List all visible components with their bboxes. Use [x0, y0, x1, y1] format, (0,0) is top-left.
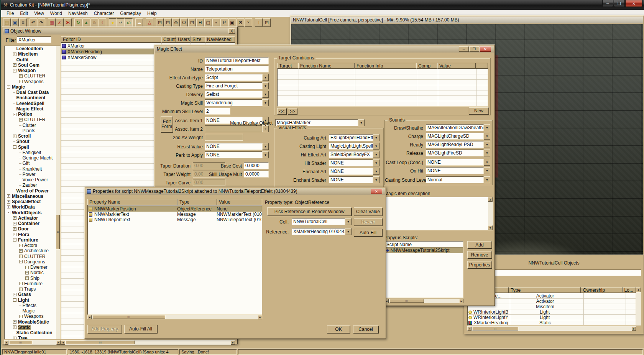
menu-help[interactable]: Help: [144, 10, 160, 17]
draw-sheathe-combo[interactable]: MAGAlterationDrawSheatheLPMSD▼: [426, 124, 490, 131]
tree-item-light[interactable]: -Light: [5, 297, 60, 303]
tree-expander-icon[interactable]: +: [13, 337, 16, 339]
casting-light-combo[interactable]: MagicLightLightSpellHand01▼: [329, 143, 380, 150]
tree-item-spell[interactable]: -Spell: [5, 145, 60, 150]
tree-item-power[interactable]: –Power: [5, 172, 60, 177]
minimum-skill-level-input[interactable]: 2: [205, 108, 230, 115]
tree-item-effects[interactable]: –Effects: [5, 303, 60, 308]
filter-input[interactable]: XMarker: [17, 36, 51, 43]
conditions-next-button[interactable]: >>: [288, 108, 297, 115]
chevron-down-icon[interactable]: ▼: [484, 124, 490, 131]
casting-sound-level-combo[interactable]: Normal▼: [426, 176, 490, 183]
tree-item-word-of-power[interactable]: –Word of Power: [5, 188, 60, 194]
column-header-users[interactable]: Users: [176, 36, 191, 43]
tree-item-clutter[interactable]: +CLUTTER: [5, 254, 60, 259]
tree-item-door[interactable]: +Door: [5, 226, 60, 232]
tree-expander-icon[interactable]: +: [13, 227, 16, 231]
havok-icon[interactable]: Ж: [64, 18, 72, 27]
tree-expander-icon[interactable]: -: [13, 238, 16, 242]
render-title-bar[interactable]: NNWTutorialCell [Free camera, perspectiv…: [291, 16, 643, 23]
cell-view-row-wrinteriorlightbounce01-[interactable]: WRInteriorLightBounce01 *Light: [468, 309, 636, 315]
tree-item-static-collection[interactable]: –Static Collection: [5, 330, 60, 335]
papyrus-hscrollbar[interactable]: ◄ ||| ►: [384, 299, 463, 303]
cell-view-row-wrinteriorlightyellow-[interactable]: WRInteriorLightYellow *Light: [468, 315, 636, 320]
properties-hscrollbar[interactable]: ◄ ||| ►: [87, 315, 262, 319]
ok-button[interactable]: OK: [327, 325, 350, 333]
chevron-down-icon[interactable]: ▼: [484, 133, 490, 140]
cv-hscroll-left-icon[interactable]: ◄: [467, 327, 472, 331]
tree-vscrollbar[interactable]: ≡: [56, 46, 60, 339]
tree-expander-icon[interactable]: -: [13, 298, 16, 302]
tree-item-gift[interactable]: –Gift: [5, 161, 60, 166]
enchant-shader-combo[interactable]: NONE▼: [329, 176, 380, 183]
tree-expander-icon[interactable]: +: [19, 249, 23, 253]
cell-view-vscroll-up-icon[interactable]: ▲: [636, 287, 641, 292]
release-combo[interactable]: MAGLightFireSD▼: [426, 150, 490, 156]
list-hscroll-left-icon[interactable]: ◄: [61, 340, 65, 345]
tree-expander-icon[interactable]: -: [13, 145, 16, 149]
cell-view-column-ownership[interactable]: Ownership: [581, 287, 622, 293]
preferences-icon[interactable]: P: [220, 18, 228, 27]
snap-grid-icon[interactable]: ▦: [48, 18, 56, 27]
name-input[interactable]: Teleportation: [205, 66, 269, 72]
tree-item-traps[interactable]: +Traps: [5, 286, 60, 292]
chevron-down-icon[interactable]: ▼: [373, 134, 380, 141]
filter-icon[interactable]: ▣: [228, 18, 236, 27]
tree-expander-icon[interactable]: +: [19, 255, 23, 258]
tree-item-enchantment[interactable]: –Enchantment: [5, 95, 60, 100]
form-grid-icon[interactable]: ⊞: [156, 18, 164, 27]
tree-expander-icon[interactable]: +: [13, 325, 16, 329]
chevron-down-icon[interactable]: ▼: [484, 150, 490, 156]
assoc-item-2-combo[interactable]: ▼: [205, 125, 269, 132]
property-row-nnwteleporttext[interactable]: NNWTeleportTextMessageNNWTeleportText (0…: [88, 217, 262, 222]
maximize-button[interactable]: ❐: [614, 0, 625, 7]
tree-expander-icon[interactable]: +: [13, 222, 16, 225]
effect-archetype-combo[interactable]: Script▼: [205, 74, 269, 81]
tree-item-magic[interactable]: -Magic: [5, 84, 60, 90]
papyrus-add-button[interactable]: Add: [467, 241, 492, 248]
cell-view-column-lo-[interactable]: Lo...: [623, 287, 636, 293]
conditions-table[interactable]: [277, 69, 488, 107]
tree-item-flora[interactable]: +Flora: [5, 232, 60, 237]
tree-expander-icon[interactable]: +: [13, 320, 16, 324]
tree-item-clutter[interactable]: +CLUTTER: [5, 73, 60, 79]
tree-item-weapon[interactable]: -Weapon: [5, 68, 60, 73]
tree-item-actors[interactable]: +Actors: [5, 243, 60, 248]
properties-title-bar[interactable]: Properties for script NNWMessageTutorial…: [85, 188, 385, 195]
properties-column-property-name[interactable]: Property Name: [87, 199, 177, 205]
me-minimize-icon[interactable]: ─: [459, 46, 469, 52]
me-close-icon[interactable]: ✕: [480, 46, 491, 52]
tree-expander-icon[interactable]: +: [13, 293, 16, 296]
face-icon[interactable]: ☺: [90, 18, 98, 27]
hit-shader-combo[interactable]: NONE▼: [329, 159, 380, 166]
tree-expander-icon[interactable]: -: [7, 85, 10, 89]
papyrus-script-list[interactable]: Script Name ✚NNWMessageTutorial2Skript: [384, 241, 463, 298]
tree-item-weapons[interactable]: +Weapons: [5, 314, 60, 319]
auto-fill-all-button[interactable]: Auto-Fill All: [124, 325, 157, 333]
tree-item-architecture[interactable]: +Architecture: [5, 248, 60, 253]
tree-expander-icon[interactable]: +: [25, 266, 29, 269]
tree-item-voice-power[interactable]: –Voice Power: [5, 177, 60, 182]
papyrus-hscroll-right-icon[interactable]: ►: [459, 299, 463, 303]
tree-item-worlddata[interactable]: +WorldData: [5, 204, 60, 210]
condition-column-function-info[interactable]: Function Info: [355, 63, 416, 69]
on-hit-combo[interactable]: NONE▼: [426, 167, 490, 174]
tree-expander-icon[interactable]: +: [19, 74, 23, 78]
object-window-title-bar[interactable]: Object Window: [3, 28, 237, 35]
chevron-down-icon[interactable]: ▼: [373, 176, 380, 183]
object-category-tree[interactable]: –LeveledItem+MiscItem–Outfit+Soul Gem-We…: [4, 46, 61, 339]
grass-icon[interactable]: ω: [125, 18, 133, 27]
properties-column-value[interactable]: Value: [217, 199, 262, 205]
menu-edit[interactable]: Edit: [17, 10, 31, 17]
id-input[interactable]: NNWTutorialTeleportEffekt: [205, 57, 269, 64]
condition-column-function-name[interactable]: Function Name: [298, 63, 355, 69]
reference-combo[interactable]: XMarkerHeading 0100443A ▼: [292, 228, 352, 235]
chevron-down-icon[interactable]: ▼: [262, 143, 269, 150]
edit-form-button[interactable]: Edit Form: [161, 116, 173, 132]
refresh-icon[interactable]: ↻: [74, 18, 82, 27]
tree-item-potion[interactable]: -Potion: [5, 112, 60, 117]
enchant-art-combo[interactable]: NONE▼: [329, 168, 380, 175]
conditions-new-button[interactable]: New: [469, 107, 489, 114]
dialogue-icon[interactable]: ☁: [135, 18, 143, 27]
tree-item-krankheit[interactable]: –Krankheit: [5, 166, 60, 172]
